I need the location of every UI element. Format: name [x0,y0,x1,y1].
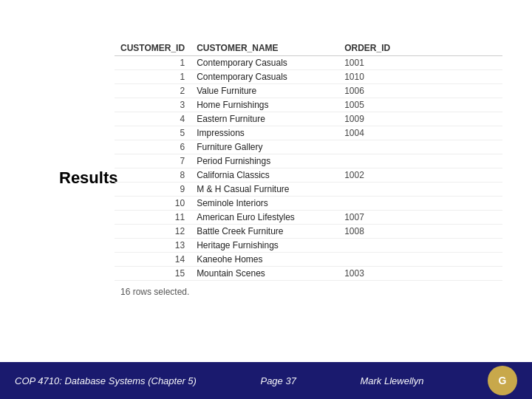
cell-customer-id: 2 [115,84,191,98]
cell-order-id: 1007 [338,211,502,225]
col-header-order-id: ORDER_ID [338,41,502,56]
cell-order-id: 1009 [338,112,502,126]
cell-order-id: 1003 [338,267,502,281]
cell-order-id [338,197,502,211]
cell-customer-name: Seminole Interiors [191,197,338,211]
cell-customer-id: 10 [115,197,191,211]
svg-text:G: G [499,375,507,386]
cell-customer-id: 15 [115,267,191,281]
cell-customer-name: Heritage Furnishings [191,239,338,253]
rows-note: 16 rows selected. [115,287,502,297]
table-row: 3Home Furnishings1005 [115,98,502,112]
cell-customer-id: 14 [115,253,191,267]
cell-order-id: 1004 [338,126,502,140]
cell-order-id [338,140,502,154]
footer-center: Page 37 [260,375,296,386]
table-row: 9M & H Casual Furniture [115,183,502,197]
cell-customer-id: 9 [115,183,191,197]
cell-customer-name: Value Furniture [191,84,338,98]
table-row: 4Eastern Furniture1009 [115,112,502,126]
cell-customer-name: Eastern Furniture [191,112,338,126]
table-row: 13Heritage Furnishings [115,239,502,253]
footer-bar: COP 4710: Database Systems (Chapter 5) P… [0,362,532,399]
table-row: 15Mountain Scenes1003 [115,267,502,281]
cell-order-id [338,239,502,253]
cell-customer-id: 6 [115,140,191,154]
table-row: 10Seminole Interiors [115,197,502,211]
cell-customer-name: Mountain Scenes [191,267,338,281]
footer-right: Mark Llewellyn [360,375,423,386]
footer-logo: G [488,366,517,395]
table-row: 5Impressions1004 [115,126,502,140]
cell-customer-id: 5 [115,126,191,140]
cell-order-id [338,253,502,267]
footer-left: COP 4710: Database Systems (Chapter 5) [15,375,197,386]
table-row: 12Battle Creek Furniture1008 [115,225,502,239]
cell-customer-name: Kaneohe Homes [191,253,338,267]
cell-customer-id: 4 [115,112,191,126]
cell-customer-name: Contemporary Casuals [191,70,338,84]
cell-order-id [338,183,502,197]
results-table: CUSTOMER_ID CUSTOMER_NAME ORDER_ID 1Cont… [115,41,502,281]
cell-order-id: 1001 [338,56,502,70]
data-table-container: CUSTOMER_ID CUSTOMER_NAME ORDER_ID 1Cont… [115,41,502,297]
cell-order-id: 1008 [338,225,502,239]
cell-customer-id: 1 [115,56,191,70]
col-header-customer-name: CUSTOMER_NAME [191,41,338,56]
cell-order-id: 1010 [338,70,502,84]
table-row: 1Contemporary Casuals1010 [115,70,502,84]
col-header-customer-id: CUSTOMER_ID [115,41,191,56]
cell-customer-name: Home Furnishings [191,98,338,112]
table-row: 7Period Furnishings [115,154,502,168]
cell-customer-id: 7 [115,154,191,168]
table-row: 2Value Furniture1006 [115,84,502,98]
cell-order-id: 1002 [338,168,502,183]
table-row: 11American Euro Lifestyles1007 [115,211,502,225]
cell-customer-name: Impressions [191,126,338,140]
cell-customer-id: 3 [115,98,191,112]
cell-customer-id: 13 [115,239,191,253]
table-row: 8California Classics1002 [115,168,502,183]
cell-customer-name: California Classics [191,168,338,183]
cell-customer-id: 1 [115,70,191,84]
table-row: 14Kaneohe Homes [115,253,502,267]
cell-customer-name: M & H Casual Furniture [191,183,338,197]
cell-order-id: 1006 [338,84,502,98]
table-row: 1Contemporary Casuals1001 [115,56,502,70]
table-row: 6Furniture Gallery [115,140,502,154]
cell-customer-id: 8 [115,168,191,183]
cell-customer-name: Battle Creek Furniture [191,225,338,239]
results-label: Results [59,168,117,188]
cell-customer-id: 11 [115,211,191,225]
cell-customer-id: 12 [115,225,191,239]
cell-order-id [338,154,502,168]
cell-customer-name: Contemporary Casuals [191,56,338,70]
cell-customer-name: Period Furnishings [191,154,338,168]
cell-customer-name: American Euro Lifestyles [191,211,338,225]
cell-order-id: 1005 [338,98,502,112]
cell-customer-name: Furniture Gallery [191,140,338,154]
